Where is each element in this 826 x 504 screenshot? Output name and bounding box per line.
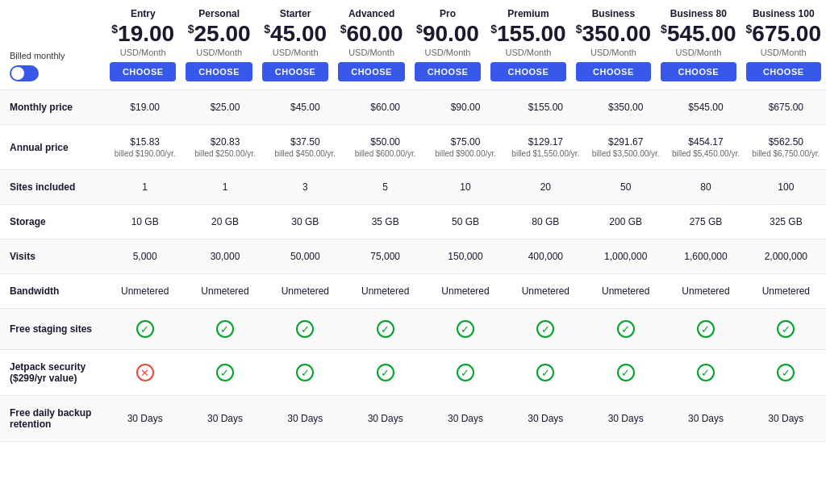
plan-header-pro: Pro $90.00 USD/Month CHOOSE <box>410 0 486 90</box>
plan-name-premium: Premium <box>490 8 565 19</box>
feature-value-backup_retention-business: 30 Days <box>586 396 665 441</box>
choose-button-business80[interactable]: CHOOSE <box>661 62 736 81</box>
plan-currency-personal: USD/Month <box>186 48 252 57</box>
annual-price-business: $291.67 billed $3,500.00/yr. <box>592 136 660 158</box>
feature-value-annual_price-personal: $20.83 billed $250.00/yr. <box>185 125 265 169</box>
plan-currency-pro: USD/Month <box>415 48 481 57</box>
feature-value-monthly_price-business100: $675.00 <box>746 90 826 124</box>
feature-value-bandwidth-business80: Unmetered <box>665 274 745 308</box>
plan-price-business: $350.00 <box>576 23 651 45</box>
feature-label-visits: Visits <box>0 240 105 273</box>
billing-toggle-cell: Billed monthly <box>0 0 105 90</box>
feature-value-storage-starter: 30 GB <box>265 205 345 239</box>
plan-header-business80: Business 80 $545.00 USD/Month CHOOSE <box>656 0 740 90</box>
feature-label-jetpack_security: Jetpack security ($299/yr value) <box>0 350 105 395</box>
toggle-switch[interactable] <box>10 65 39 81</box>
annual-price-value: $454.17 <box>688 136 723 148</box>
annual-price-business80: $454.17 billed $5,450.00/yr. <box>672 136 740 158</box>
check-icon: ✓ <box>377 320 394 338</box>
feature-value-sites-advanced: 5 <box>345 170 425 204</box>
choose-button-personal[interactable]: CHOOSE <box>186 62 252 81</box>
check-icon: ✓ <box>617 320 635 338</box>
choose-button-premium[interactable]: CHOOSE <box>490 62 565 81</box>
annual-price-advanced: $50.00 billed $600.00/yr. <box>355 136 416 158</box>
plan-header-personal: Personal $25.00 USD/Month CHOOSE <box>181 0 257 90</box>
feature-value-sites-entry: 1 <box>105 170 185 204</box>
plan-price-advanced: $60.00 <box>340 23 403 45</box>
feature-value-backup_retention-advanced: 30 Days <box>345 396 425 441</box>
choose-button-advanced[interactable]: CHOOSE <box>338 62 404 81</box>
plan-price-wrap-advanced: $60.00 <box>338 23 404 45</box>
toggle-knob <box>11 67 24 80</box>
feature-row-monthly_price: Monthly price$19.00$25.00$45.00$60.00$90… <box>0 90 826 125</box>
plan-header-entry: Entry $19.00 USD/Month CHOOSE <box>105 0 181 90</box>
feature-value-visits-premium: 400,000 <box>506 240 586 273</box>
annual-price-personal: $20.83 billed $250.00/yr. <box>194 136 256 158</box>
feature-value-jetpack_security-advanced: ✓ <box>345 350 425 395</box>
annual-billed-business100: billed $6,750.00/yr. <box>752 149 820 158</box>
feature-value-storage-premium: 80 GB <box>506 205 586 239</box>
feature-value-bandwidth-premium: Unmetered <box>506 274 586 308</box>
feature-value-bandwidth-starter: Unmetered <box>265 274 345 308</box>
check-icon: ✓ <box>457 320 474 338</box>
plan-price-business80: $545.00 <box>661 23 736 45</box>
feature-value-visits-starter: 50,000 <box>265 240 345 273</box>
choose-button-business100[interactable]: CHOOSE <box>746 62 821 81</box>
plan-name-business: Business <box>576 8 651 19</box>
check-icon: ✓ <box>777 364 795 381</box>
plan-price-pro: $90.00 <box>416 23 479 45</box>
plan-name-starter: Starter <box>262 8 328 19</box>
check-icon: ✓ <box>777 320 795 338</box>
feature-row-sites: Sites included113510205080100 <box>0 170 826 205</box>
choose-button-pro[interactable]: CHOOSE <box>415 62 481 81</box>
feature-value-bandwidth-personal: Unmetered <box>185 274 265 308</box>
feature-value-visits-personal: 30,000 <box>185 240 265 273</box>
choose-button-entry[interactable]: CHOOSE <box>110 62 176 81</box>
feature-value-jetpack_security-pro: ✓ <box>425 350 505 395</box>
plan-price-business100: $675.00 <box>746 23 821 45</box>
plan-price-starter: $45.00 <box>264 23 327 45</box>
annual-price-value: $75.00 <box>451 136 481 148</box>
feature-value-backup_retention-business80: 30 Days <box>665 396 745 441</box>
feature-value-annual_price-premium: $129.17 billed $1,550.00/yr. <box>506 125 586 169</box>
feature-label-monthly_price: Monthly price <box>0 90 105 124</box>
annual-billed-entry: billed $190.00/yr. <box>115 149 176 158</box>
feature-label-free_staging: Free staging sites <box>0 309 105 349</box>
annual-billed-premium: billed $1,550.00/yr. <box>511 149 579 158</box>
annual-billed-business80: billed $5,450.00/yr. <box>672 149 740 158</box>
annual-price-value: $562.50 <box>769 136 803 148</box>
feature-row-visits: Visits5,00030,00050,00075,000150,000400,… <box>0 240 826 274</box>
feature-value-backup_retention-business100: 30 Days <box>746 396 826 441</box>
feature-value-monthly_price-entry: $19.00 <box>105 90 185 124</box>
plan-price-wrap-entry: $19.00 <box>110 23 176 45</box>
feature-value-jetpack_security-business100: ✓ <box>746 350 826 395</box>
feature-value-jetpack_security-personal: ✓ <box>185 350 265 395</box>
feature-value-monthly_price-business80: $545.00 <box>665 90 745 124</box>
feature-value-annual_price-business80: $454.17 billed $5,450.00/yr. <box>665 125 745 169</box>
check-icon: ✓ <box>697 320 715 338</box>
feature-label-storage: Storage <box>0 205 105 239</box>
annual-price-starter: $37.50 billed $450.00/yr. <box>275 136 336 158</box>
annual-billed-pro: billed $900.00/yr. <box>435 149 496 158</box>
feature-value-jetpack_security-premium: ✓ <box>506 350 586 395</box>
feature-value-monthly_price-advanced: $60.00 <box>345 90 425 124</box>
feature-value-jetpack_security-business: ✓ <box>586 350 665 395</box>
plan-name-business100: Business 100 <box>746 8 821 19</box>
choose-button-starter[interactable]: CHOOSE <box>262 62 328 81</box>
feature-label-bandwidth: Bandwidth <box>0 274 105 308</box>
plan-currency-business100: USD/Month <box>746 48 821 57</box>
annual-price-premium: $129.17 billed $1,550.00/yr. <box>511 136 579 158</box>
check-icon: ✓ <box>216 320 234 338</box>
billing-label: Billed monthly <box>10 51 65 60</box>
choose-button-business[interactable]: CHOOSE <box>576 62 651 81</box>
plan-header-business: Business $350.00 USD/Month CHOOSE <box>571 0 656 90</box>
check-icon: ✓ <box>377 364 394 381</box>
feature-value-annual_price-business100: $562.50 billed $6,750.00/yr. <box>746 125 826 169</box>
feature-value-storage-business100: 325 GB <box>746 205 826 239</box>
check-icon: ✓ <box>136 320 154 338</box>
feature-value-sites-business100: 100 <box>746 170 826 204</box>
feature-row-backup_retention: Free daily backup retention30 Days30 Day… <box>0 396 826 442</box>
annual-price-value: $20.83 <box>211 136 240 148</box>
feature-value-visits-pro: 150,000 <box>425 240 505 273</box>
feature-value-storage-advanced: 35 GB <box>345 205 425 239</box>
